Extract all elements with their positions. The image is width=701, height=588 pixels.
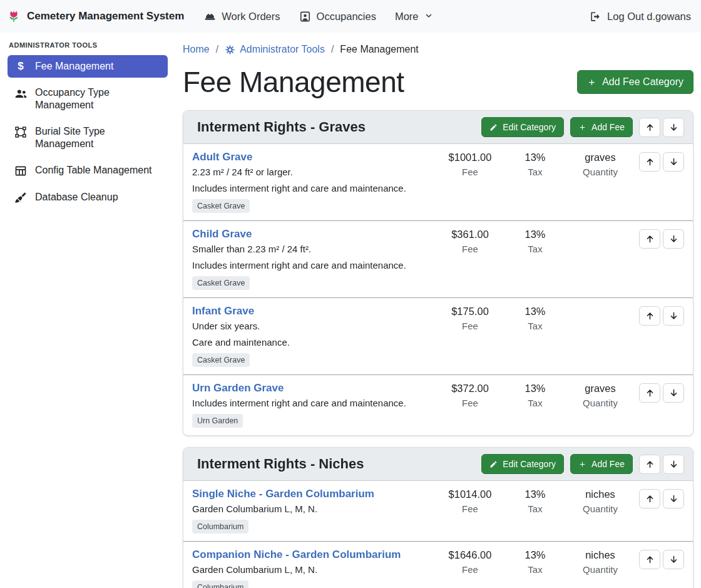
sidebar-item-label: Occupancy Type Management (35, 86, 161, 111)
quantity-spacer (568, 305, 633, 306)
fee-name-link[interactable]: Urn Garden Grave (192, 382, 284, 395)
move-fee-down-button[interactable] (663, 229, 684, 249)
arrow-up-icon (645, 460, 655, 469)
arrow-up-icon (645, 157, 655, 167)
breadcrumb-separator: / (216, 44, 218, 55)
breadcrumb-admin-tools-link[interactable]: Administrator Tools (225, 44, 325, 55)
sidebar-item-label: Database Cleanup (35, 191, 118, 204)
edit-category-label: Edit Category (503, 122, 556, 132)
arrow-down-icon (669, 555, 678, 564)
logout-link[interactable]: Log Out d.gowans (590, 11, 691, 23)
sidebar-item-label: Config Table Management (35, 164, 152, 177)
fee-row-actions (633, 151, 684, 172)
tax-group: 13% Tax (503, 549, 568, 575)
move-category-down-button[interactable] (663, 455, 684, 474)
move-fee-up-button[interactable] (639, 383, 660, 403)
tax-group: 13% Tax (503, 305, 568, 331)
quantity-value: graves (568, 152, 633, 163)
arrow-down-icon (669, 157, 678, 167)
tax-value: 13% (503, 488, 568, 500)
tax-value: 13% (503, 549, 568, 561)
fee-info: Infant Grave Under six years. Care and m… (192, 305, 437, 367)
nav-more[interactable]: More (395, 11, 433, 23)
tax-label: Tax (503, 398, 568, 408)
edit-category-button[interactable]: Edit Category (481, 454, 564, 474)
move-category-down-button[interactable] (663, 118, 684, 137)
quantity-spacer (568, 228, 633, 229)
fee-badge: Casket Grave (192, 276, 250, 290)
move-fee-up-button[interactable] (639, 229, 660, 249)
arrow-down-icon (669, 494, 678, 503)
move-fee-down-button[interactable] (663, 383, 684, 403)
fee-label: Fee (437, 167, 503, 177)
fee-name-link[interactable]: Single Niche - Garden Columbarium (192, 488, 374, 500)
fee-amount-group: $1646.00 Fee (437, 549, 503, 575)
breadcrumb-current: Fee Management (340, 44, 418, 55)
fee-description: Care and maintenance. (192, 336, 432, 348)
logout-icon (590, 11, 601, 23)
nav-occupancies[interactable]: Occupancies (299, 11, 376, 23)
category-actions: Edit Category Add Fee (481, 454, 684, 474)
move-fee-up-button[interactable] (639, 306, 660, 326)
brand-link[interactable]: Cemetery Management System (6, 9, 184, 24)
plus-icon (578, 460, 586, 468)
fee-info: Companion Niche - Garden Columbarium Gar… (192, 549, 437, 588)
fee-row-actions (633, 305, 684, 326)
quantity-group: graves Quantity (568, 151, 633, 177)
fee-badge: Urn Garden (192, 414, 243, 428)
fee-info: Single Niche - Garden Columbarium Garden… (192, 488, 437, 534)
nav-label: Occupancies (317, 11, 376, 23)
sidebar-item-database-cleanup[interactable]: Database Cleanup (8, 186, 168, 209)
nav-label: More (395, 11, 419, 23)
pencil-icon (489, 123, 498, 132)
move-fee-down-button[interactable] (663, 489, 684, 508)
edit-category-button[interactable]: Edit Category (481, 117, 564, 137)
breadcrumb-home-link[interactable]: Home (183, 44, 210, 55)
add-fee-label: Add Fee (591, 459, 625, 469)
fee-row-actions (633, 549, 684, 569)
tax-value: 13% (503, 383, 568, 395)
nav-work-orders[interactable]: Work Orders (204, 11, 280, 23)
fee-name-link[interactable]: Child Grave (192, 228, 252, 240)
fee-amount: $1646.00 (437, 549, 503, 561)
fee-description: Smaller than 2.23 m² / 24 ft². (192, 243, 432, 255)
move-fee-down-button[interactable] (663, 550, 684, 569)
fee-name-link[interactable]: Infant Grave (192, 305, 254, 317)
fee-amount: $372.00 (437, 383, 503, 395)
move-fee-up-button[interactable] (639, 550, 660, 569)
category-card-niches: Interment Rights - Niches Edit Category … (183, 447, 693, 588)
quantity-label: Quantity (568, 398, 633, 408)
fee-description: Includes interment right and care and ma… (192, 182, 432, 194)
fee-amount-group: $1001.00 Fee (437, 151, 503, 177)
move-fee-down-button[interactable] (663, 306, 684, 326)
move-category-up-button[interactable] (639, 455, 660, 474)
arrow-up-icon (645, 311, 655, 321)
move-fee-down-button[interactable] (663, 152, 684, 172)
fee-name-link[interactable]: Adult Grave (192, 151, 252, 163)
fee-row: Child Grave Smaller than 2.23 m² / 24 ft… (183, 220, 693, 297)
fee-name-link[interactable]: Companion Niche - Garden Columbarium (192, 549, 401, 561)
category-header: Interment Rights - Graves Edit Category … (183, 111, 693, 144)
fee-row: Urn Garden Grave Includes interment righ… (183, 374, 693, 435)
sidebar-item-fee-management[interactable]: $ Fee Management (8, 55, 168, 78)
sidebar-item-burial-site-type-management[interactable]: Burial Site Type Management (8, 120, 168, 155)
add-fee-category-button[interactable]: Add Fee Category (577, 70, 693, 94)
add-fee-button[interactable]: Add Fee (570, 117, 633, 137)
fee-description: Includes interment right and care and ma… (192, 397, 432, 409)
move-fee-up-button[interactable] (639, 489, 660, 508)
tax-label: Tax (503, 321, 568, 331)
plus-icon (587, 78, 596, 87)
add-fee-button[interactable]: Add Fee (570, 454, 633, 474)
fee-badge: Columbarium (192, 520, 248, 534)
move-category-up-button[interactable] (639, 118, 660, 137)
move-fee-up-button[interactable] (639, 152, 660, 172)
sidebar: ADMINISTRATOR TOOLS $ Fee Management Occ… (0, 33, 175, 588)
tax-value: 13% (503, 306, 568, 317)
quantity-label: Quantity (568, 503, 633, 514)
sidebar-item-occupancy-type-management[interactable]: Occupancy Type Management (8, 81, 168, 116)
arrow-up-icon (645, 555, 655, 564)
fee-row: Single Niche - Garden Columbarium Garden… (183, 481, 693, 541)
category-card-graves: Interment Rights - Graves Edit Category … (183, 110, 693, 436)
sidebar-item-config-table-management[interactable]: Config Table Management (8, 159, 168, 182)
quantity-label: Quantity (568, 167, 633, 177)
